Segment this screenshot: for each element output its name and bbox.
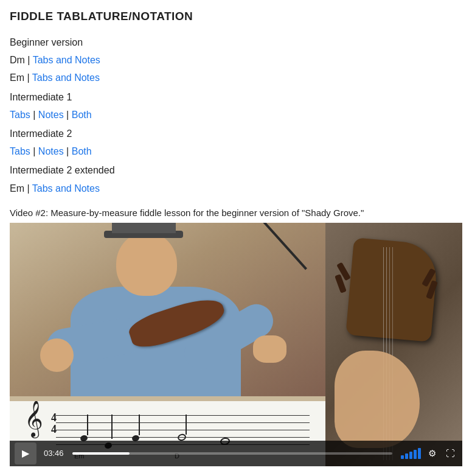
fullscreen-icon[interactable]: ⛶	[443, 447, 457, 460]
play-button[interactable]: ▶	[15, 443, 36, 464]
int1-sep2: |	[66, 110, 72, 120]
section-intermediate1-label: Intermediate 1	[10, 89, 462, 105]
video-label: Video #2: Measure-by-measure fiddle less…	[10, 208, 462, 218]
tablature-content: Beginner version Dm | Tabs and Notes Em …	[10, 34, 462, 197]
signal-bar-2	[405, 453, 408, 459]
section-intermediate2ext: Intermediate 2 extended Em | Tabs and No…	[10, 162, 462, 196]
fiddle-closeup	[325, 223, 462, 466]
video-progress-fill	[72, 452, 130, 455]
int1-both-link[interactable]: Both	[72, 110, 92, 120]
int2-tabs-link[interactable]: Tabs	[10, 146, 30, 156]
int1-sep1: |	[33, 110, 38, 120]
signal-bar-1	[401, 455, 404, 459]
signal-bar-5	[418, 448, 421, 459]
beginner-em-key: Em |	[10, 72, 30, 83]
section-intermediate2-label: Intermediate 2	[10, 125, 462, 142]
int1-notes-link[interactable]: Notes	[38, 110, 64, 120]
signal-bar-3	[409, 452, 412, 459]
int2ext-em-key: Em |	[10, 183, 30, 194]
signal-bars-icon	[401, 448, 421, 459]
video-right-panel	[325, 223, 462, 466]
section-beginner-label: Beginner version	[10, 34, 462, 51]
settings-icon[interactable]: ⚙	[426, 447, 439, 460]
page-title: FIDDLE TABLATURE/NOTATION	[10, 10, 462, 23]
section-intermediate2: Intermediate 2 Tabs | Notes | Both	[10, 125, 462, 159]
int2-sep1: |	[33, 146, 38, 156]
video-left-panel: 𝄞 44 Em D	[10, 223, 325, 466]
section-intermediate2ext-label: Intermediate 2 extended	[10, 162, 462, 178]
video-controls-bar: ▶ 03:46 ⚙ ⛶	[10, 441, 462, 466]
section-intermediate1: Intermediate 1 Tabs | Notes | Both	[10, 89, 462, 123]
int2-notes-link[interactable]: Notes	[38, 146, 64, 156]
section-beginner: Beginner version Dm | Tabs and Notes Em …	[10, 34, 462, 86]
int2ext-tabs-notes-link[interactable]: Tabs and Notes	[32, 183, 100, 194]
video-container: 𝄞 44 Em D	[10, 223, 462, 466]
signal-bar-4	[414, 450, 417, 459]
int2-sep2: |	[66, 146, 72, 156]
beginner-dm-tabs-notes-link[interactable]: Tabs and Notes	[33, 55, 100, 65]
beginner-em-tabs-notes-link[interactable]: Tabs and Notes	[32, 72, 100, 83]
int1-tabs-link[interactable]: Tabs	[10, 110, 30, 120]
beginner-dm-key: Dm |	[10, 55, 30, 65]
int2-both-link[interactable]: Both	[72, 146, 92, 156]
video-progress-bar[interactable]	[72, 452, 392, 455]
video-timestamp: 03:46	[44, 449, 64, 458]
